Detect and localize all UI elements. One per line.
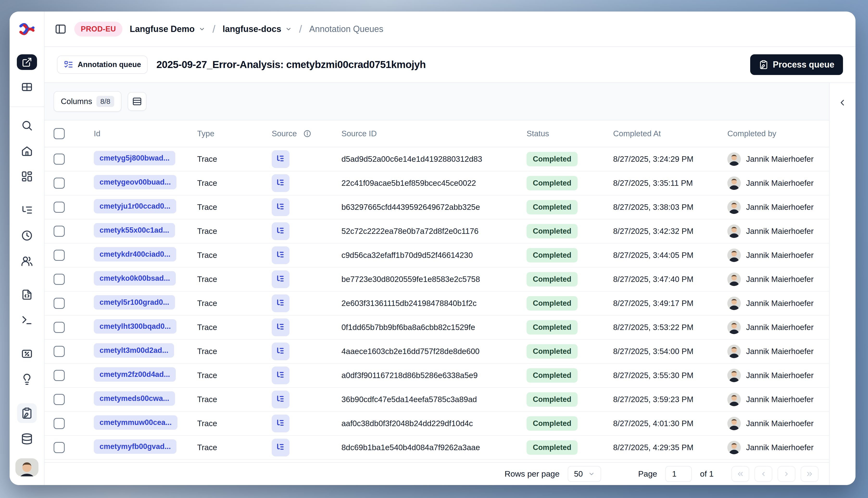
completed-at: 8/27/2025, 4:29:35 PM [613,443,727,452]
row-checkbox[interactable] [54,418,65,429]
table-row[interactable]: cmetylht300bqad0... Trace 0f1dd65b7bb9bf… [44,316,829,340]
completed-by-avatar [727,393,741,406]
table-row[interactable]: cmetymmuw00cea... Trace aaf0c38db0f3f204… [44,412,829,436]
table-row[interactable]: cmetygeov00buad... Trace 22c41f09acae5b1… [44,171,829,195]
source-trace-button[interactable] [272,294,289,312]
sidebar-item-tables[interactable] [21,81,33,93]
page-number-input[interactable] [665,466,692,482]
list-tree-icon [275,202,286,212]
source-trace-button[interactable] [272,342,289,360]
column-header-type: Type [197,129,272,138]
completed-by-avatar [727,200,741,214]
row-checkbox[interactable] [54,370,65,381]
sidebar-toggle-button[interactable] [54,23,67,36]
source-id: c9d56ca32efaff1b70d9d52f46614230 [341,251,527,260]
item-id-pill[interactable]: cmetyko0k00bsad... [94,271,176,286]
completed-by-name: Jannik Maierhoefer [746,443,814,452]
item-id-pill[interactable]: cmetyk55x00c1ad... [94,223,175,237]
item-id-pill[interactable]: cmetylt3m00d2ad... [94,343,174,358]
table-row[interactable]: cmetykdr400ciad0... Trace c9d56ca32efaff… [44,244,829,267]
table-row[interactable]: cmetyju1r00ccad0... Trace b63297665cfd44… [44,195,829,220]
item-id-pill[interactable]: cmetylht300bqad0... [94,319,177,333]
sidebar-item-datasets[interactable] [21,433,33,445]
process-queue-button[interactable]: Process queue [750,54,843,75]
item-id-pill[interactable]: cmetyju1r00ccad0... [94,199,176,213]
item-id-pill[interactable]: cmetygeov00buad... [94,175,177,189]
sidebar-item-home[interactable] [21,145,33,157]
sidebar-item-insights[interactable] [21,373,33,385]
item-id-pill[interactable]: cmetymeds00cwa... [94,391,175,406]
item-id-pill[interactable]: cmetymyfb00gvad... [94,440,177,454]
source-trace-button[interactable] [272,174,289,192]
source-trace-button[interactable] [272,271,289,288]
completed-at: 8/27/2025, 3:35:11 PM [613,179,727,188]
row-checkbox[interactable] [54,178,65,189]
sidebar-item-annotation-queues[interactable] [17,403,37,423]
row-checkbox[interactable] [54,346,65,357]
table-row[interactable]: cmetymeds00cwa... Trace 36b90cdfc47e5da1… [44,388,829,412]
row-checkbox[interactable] [54,226,65,237]
completed-by-name: Jannik Maierhoefer [746,155,814,164]
row-checkbox[interactable] [54,250,65,261]
row-checkbox[interactable] [54,322,65,333]
row-checkbox[interactable] [54,274,65,285]
source-trace-button[interactable] [272,150,289,168]
list-tree-icon [275,226,286,236]
breadcrumb-project[interactable]: langfuse-docs [223,24,292,34]
source-trace-button[interactable] [272,415,289,432]
sidebar-item-users[interactable] [21,255,33,267]
row-checkbox[interactable] [54,154,65,165]
last-page-button[interactable] [801,466,818,482]
source-id: b63297665cfd4439592649672abb325e [341,202,527,212]
info-icon [303,130,311,138]
source-trace-button[interactable] [272,367,289,384]
item-type: Trace [197,251,272,260]
rows-per-page-select[interactable]: 50 [568,466,601,482]
table-row[interactable]: cmetyl5r100grad0... Trace 2e603f31361115… [44,291,829,316]
row-height-button[interactable] [128,92,146,111]
sidebar-item-sessions[interactable] [21,230,33,241]
select-all-checkbox[interactable] [54,128,65,139]
item-id-pill[interactable]: cmetykdr400ciad0... [94,247,176,262]
sidebar-item-search[interactable] [21,119,33,131]
table-row[interactable]: cmetylt3m00d2ad... Trace 4aaece1603cb2e1… [44,340,829,364]
sidebar-item-prompts[interactable] [21,289,33,301]
source-trace-button[interactable] [272,198,289,216]
row-checkbox[interactable] [54,298,65,309]
breadcrumb-org[interactable]: Langfuse Demo [130,24,205,34]
next-page-button[interactable] [778,466,795,482]
columns-button[interactable]: Columns 8/8 [54,91,121,112]
completed-by-name: Jannik Maierhoefer [746,275,814,284]
sidebar-item-tracing[interactable] [21,204,33,216]
list-tree-icon [275,298,286,309]
source-trace-button[interactable] [272,246,289,264]
table-row[interactable]: cmetyg5j800bwad... Trace d5ad9d52a00c6e1… [44,147,829,171]
first-page-button[interactable] [731,466,749,482]
table-row[interactable]: cmetyk55x00c1ad... Trace 52c72c2222ea78e… [44,220,829,244]
item-type: Trace [197,179,272,188]
previous-page-button[interactable] [754,466,772,482]
item-id-pill[interactable]: cmetym2fz00d4ad... [94,367,176,382]
item-type: Trace [197,275,272,284]
sidebar-item-dashboards[interactable] [21,170,33,182]
sidebar-item-playground[interactable] [21,314,33,326]
completed-at: 8/27/2025, 3:47:40 PM [613,275,727,284]
row-checkbox[interactable] [54,394,65,405]
item-id-pill[interactable]: cmetyl5r100grad0... [94,295,175,310]
source-trace-button[interactable] [272,222,289,240]
row-checkbox[interactable] [54,202,65,213]
collapse-panel-button[interactable] [837,97,848,108]
table-row[interactable]: cmetymyfb00gvad... Trace 8dc69b1ba1e540b… [44,436,829,460]
sidebar-item-evaluation[interactable] [21,348,33,360]
source-trace-button[interactable] [272,438,289,456]
source-trace-button[interactable] [272,318,289,336]
item-id-pill[interactable]: cmetymmuw00cea... [94,415,178,430]
process-queue-label: Process queue [773,60,834,70]
row-checkbox[interactable] [54,442,65,453]
source-trace-button[interactable] [272,391,289,408]
table-row[interactable]: cmetym2fz00d4ad... Trace a0df3f901167218… [44,364,829,388]
go-to-button[interactable] [17,54,37,70]
item-id-pill[interactable]: cmetyg5j800bwad... [94,151,175,165]
table-row[interactable]: cmetyko0k00bsad... Trace be7723e30d80205… [44,267,829,291]
user-avatar[interactable] [15,458,38,476]
